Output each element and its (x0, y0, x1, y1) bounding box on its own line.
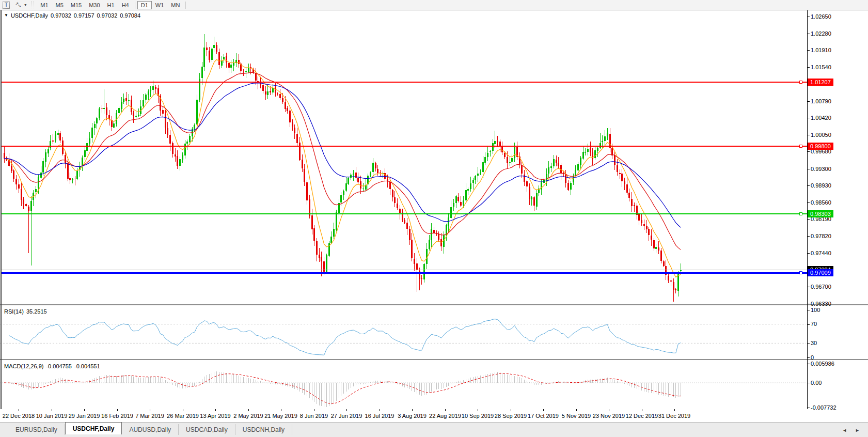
timeframe-d1-button[interactable]: D1 (137, 1, 152, 9)
tab-usdcad-daily[interactable]: USDCAD,Daily (179, 424, 235, 435)
tab-scroll-arrows: ◄ ► (842, 428, 860, 433)
macd-scale-label: 0.005986 (811, 361, 834, 367)
tab-usdcnh-daily[interactable]: USDCNH,Daily (235, 424, 292, 435)
tab-audusd-daily[interactable]: AUDUSD,Daily (122, 424, 179, 435)
toolbar-separator (135, 2, 135, 9)
rsi-pane[interactable] (0, 307, 807, 359)
rsi-indicator-label: RSI(14) 35.2515 (4, 308, 47, 315)
ohlc-close: 0.97084 (120, 12, 140, 19)
timeframe-h4-button[interactable]: H4 (118, 1, 133, 9)
toolbar-grip (31, 2, 34, 8)
timeframe-h1-button[interactable]: H1 (104, 1, 118, 9)
chart-tab-bar: EURUSD,Daily USDCHF,Daily AUDUSD,Daily U… (0, 423, 868, 437)
macd-signal-value: -0.004551 (74, 363, 100, 369)
price-scale-border (807, 10, 808, 409)
pane-separator[interactable] (0, 304, 868, 305)
tab-scroll-right-icon[interactable]: ► (855, 428, 860, 433)
date-axis[interactable] (0, 409, 868, 423)
mt4-chart-window: T ↗ ↘ ▾ M1 M5 M15 M30 H1 H4 D1 W1 MN ▼ U… (0, 0, 868, 437)
rsi-scale-label: 70 (811, 321, 817, 327)
arrow-objects-tool-button[interactable]: ↗ ↘ ▾ (13, 1, 28, 9)
timeframe-w1-button[interactable]: W1 (152, 1, 168, 9)
timeframe-mn-button[interactable]: MN (167, 1, 183, 9)
rsi-chart-canvas (0, 307, 807, 359)
main-price-pane[interactable] (0, 10, 807, 304)
macd-main-value: -0.004755 (46, 363, 72, 369)
tab-scroll-left-icon[interactable]: ◄ (842, 428, 847, 433)
toolbar-separator (185, 2, 186, 9)
text-label-tool-button[interactable]: T (1, 1, 12, 9)
rsi-scale-label: 100 (811, 307, 820, 313)
pane-separator[interactable] (0, 359, 868, 360)
arrow-down-icon: ↘ (18, 4, 22, 8)
macd-indicator-label: MACD(12,26,9) -0.004755 -0.004551 (4, 363, 100, 369)
text-tool-icon: T (3, 2, 10, 9)
macd-name: MACD(12,26,9) (4, 363, 43, 369)
tab-usdchf-daily[interactable]: USDCHF,Daily (65, 422, 122, 434)
rsi-value: 35.2515 (26, 308, 47, 315)
timeframe-m1-button[interactable]: M1 (37, 1, 52, 9)
macd-pane[interactable] (0, 362, 807, 409)
chart-left-border (1, 10, 2, 409)
timeframe-m15-button[interactable]: M15 (67, 1, 85, 9)
timeframe-m30-button[interactable]: M30 (85, 1, 103, 9)
symbol-dropdown-marker-icon: ▼ (4, 13, 8, 18)
macd-chart-canvas (0, 362, 807, 409)
macd-scale-label: 0.00 (811, 380, 822, 386)
candlestick-chart-canvas (0, 10, 807, 304)
chart-title: ▼ USDCHF,Daily 0.97032 0.97157 0.97032 0… (4, 12, 140, 19)
rsi-name: RSI(14) (4, 308, 24, 315)
timeframe-m5-button[interactable]: M5 (52, 1, 67, 9)
rsi-scale-label: 0 (811, 354, 814, 361)
toolbar: T ↗ ↘ ▾ M1 M5 M15 M30 H1 H4 D1 W1 MN (0, 0, 868, 10)
ohlc-low: 0.97032 (97, 12, 118, 19)
ohlc-open: 0.97032 (51, 12, 71, 19)
symbol-name: USDCHF,Daily (11, 12, 48, 19)
macd-scale-label: -0.007732 (811, 404, 837, 411)
chevron-down-icon: ▾ (24, 3, 26, 7)
tab-eurusd-daily[interactable]: EURUSD,Daily (8, 424, 65, 435)
ohlc-high: 0.97157 (74, 12, 94, 19)
rsi-scale-label: 30 (811, 340, 817, 346)
